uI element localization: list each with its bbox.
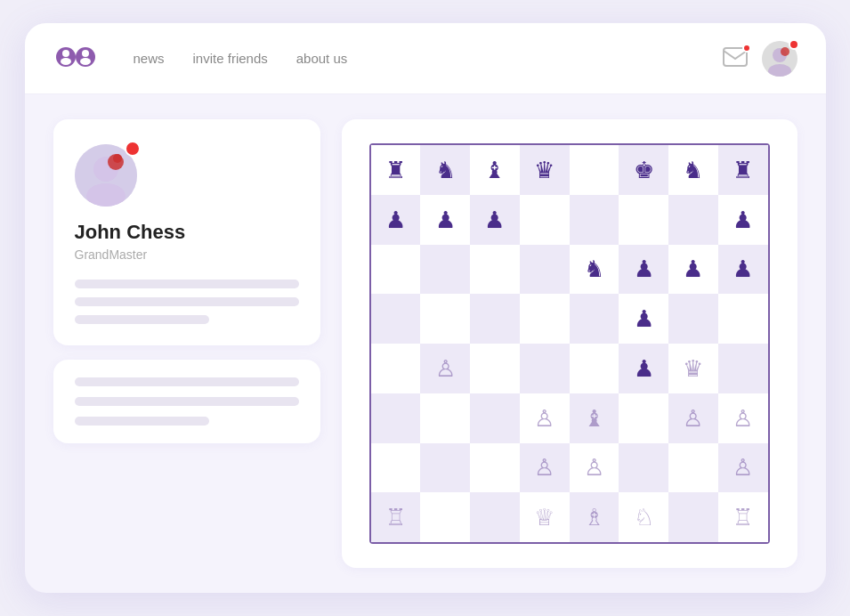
- cell-2-3[interactable]: [520, 245, 570, 295]
- svg-point-11: [86, 183, 125, 207]
- user-avatar-button[interactable]: [762, 41, 797, 77]
- cell-5-0[interactable]: [371, 393, 421, 443]
- cell-4-3[interactable]: [520, 344, 570, 393]
- cell-5-5[interactable]: [619, 393, 668, 443]
- cell-1-0[interactable]: ♟: [371, 195, 421, 245]
- cell-6-3[interactable]: ♙: [520, 443, 570, 493]
- piece-6-7: ♙: [733, 456, 753, 479]
- cell-7-1[interactable]: [420, 492, 470, 542]
- cell-7-0[interactable]: ♖: [371, 492, 421, 542]
- cell-0-0[interactable]: ♜: [371, 145, 421, 195]
- cell-2-1[interactable]: [420, 245, 470, 295]
- cell-7-7[interactable]: ♖: [718, 492, 768, 542]
- piece-2-7: ♟: [733, 257, 753, 280]
- piece-3-5: ♟: [634, 307, 654, 330]
- navbar: news invite friends about us: [25, 23, 826, 94]
- piece-1-2: ♟: [484, 208, 505, 231]
- cell-0-5[interactable]: ♚: [619, 145, 668, 195]
- cell-1-2[interactable]: ♟: [470, 195, 520, 245]
- stats-line-3: [75, 417, 209, 426]
- nav-actions: [723, 41, 797, 77]
- cell-2-2[interactable]: [470, 245, 520, 295]
- cell-6-2[interactable]: [470, 443, 520, 493]
- cell-4-0[interactable]: [371, 344, 421, 393]
- piece-4-6: ♛: [683, 357, 703, 380]
- mail-badge: [742, 44, 751, 53]
- cell-6-0[interactable]: [371, 443, 421, 493]
- cell-5-1[interactable]: [420, 393, 470, 443]
- cell-0-1[interactable]: ♞: [420, 145, 470, 195]
- svg-point-5: [80, 58, 91, 65]
- svg-point-2: [62, 50, 69, 57]
- cell-0-4[interactable]: [570, 145, 619, 195]
- cell-5-2[interactable]: [470, 393, 520, 443]
- logo[interactable]: [53, 44, 98, 74]
- cell-6-4[interactable]: ♙: [570, 443, 619, 493]
- cell-7-2[interactable]: [470, 492, 520, 542]
- cell-3-5[interactable]: ♟: [619, 294, 668, 344]
- skeleton-line-2: [75, 297, 299, 306]
- piece-7-5: ♘: [634, 506, 654, 529]
- piece-5-6: ♙: [683, 407, 703, 430]
- mail-button[interactable]: [723, 47, 748, 70]
- cell-3-2[interactable]: [470, 294, 520, 344]
- cell-7-3[interactable]: ♕: [520, 492, 570, 542]
- cell-2-0[interactable]: [371, 245, 421, 295]
- cell-4-4[interactable]: [570, 344, 619, 393]
- cell-1-5[interactable]: [619, 195, 668, 245]
- cell-1-1[interactable]: ♟: [420, 195, 470, 245]
- profile-badge: [125, 141, 141, 157]
- piece-6-3: ♙: [534, 456, 555, 479]
- chess-board: ♜♞♝♛♚♞♜♟♟♟♟♞♟♟♟♟♙♟♛♙♝♙♙♙♙♙♖♕♗♘♖: [369, 143, 770, 544]
- cell-3-1[interactable]: [420, 294, 470, 344]
- piece-2-5: ♟: [634, 257, 654, 280]
- cell-1-7[interactable]: ♟: [718, 195, 768, 245]
- cell-5-4[interactable]: ♝: [570, 393, 619, 443]
- cell-7-5[interactable]: ♘: [619, 492, 668, 542]
- cell-0-3[interactable]: ♛: [520, 145, 570, 195]
- stats-line-1: [75, 377, 299, 386]
- cell-6-6[interactable]: [668, 443, 718, 493]
- piece-1-1: ♟: [435, 208, 456, 231]
- cell-5-6[interactable]: ♙: [668, 393, 718, 443]
- nav-news[interactable]: news: [134, 51, 165, 66]
- cell-5-7[interactable]: ♙: [718, 393, 768, 443]
- cell-1-4[interactable]: [570, 195, 619, 245]
- browser-frame: news invite friends about us: [25, 23, 826, 593]
- piece-1-7: ♟: [733, 208, 753, 231]
- cell-6-5[interactable]: [619, 443, 668, 493]
- cell-2-7[interactable]: ♟: [718, 245, 768, 295]
- cell-3-0[interactable]: [371, 294, 421, 344]
- cell-4-5[interactable]: ♟: [619, 344, 668, 393]
- cell-3-3[interactable]: [520, 294, 570, 344]
- stats-card: [53, 360, 320, 443]
- cell-2-4[interactable]: ♞: [570, 245, 619, 295]
- nav-about[interactable]: about us: [296, 51, 348, 66]
- cell-4-7[interactable]: [718, 344, 768, 393]
- cell-3-6[interactable]: [668, 294, 718, 344]
- cell-2-6[interactable]: ♟: [668, 245, 718, 295]
- cell-6-7[interactable]: ♙: [718, 443, 768, 493]
- cell-0-7[interactable]: ♜: [718, 145, 768, 195]
- cell-5-3[interactable]: ♙: [520, 393, 570, 443]
- piece-7-0: ♖: [385, 506, 406, 529]
- cell-4-6[interactable]: ♛: [668, 344, 718, 393]
- cell-0-2[interactable]: ♝: [470, 145, 520, 195]
- avatar-badge: [789, 39, 799, 50]
- cell-2-5[interactable]: ♟: [619, 245, 668, 295]
- piece-4-5: ♟: [634, 357, 654, 380]
- cell-1-6[interactable]: [668, 195, 718, 245]
- cell-7-4[interactable]: ♗: [570, 492, 619, 542]
- nav-invite[interactable]: invite friends: [193, 51, 268, 66]
- cell-4-1[interactable]: ♙: [420, 344, 470, 393]
- cell-4-2[interactable]: [470, 344, 520, 393]
- cell-3-7[interactable]: [718, 294, 768, 344]
- cell-7-6[interactable]: [668, 492, 718, 542]
- skeleton-line-1: [75, 280, 299, 288]
- cell-1-3[interactable]: [520, 195, 570, 245]
- cell-0-6[interactable]: ♞: [668, 145, 718, 195]
- svg-point-8: [768, 64, 791, 77]
- cell-6-1[interactable]: [420, 443, 470, 493]
- cell-3-4[interactable]: [570, 294, 619, 344]
- piece-2-4: ♞: [584, 257, 604, 280]
